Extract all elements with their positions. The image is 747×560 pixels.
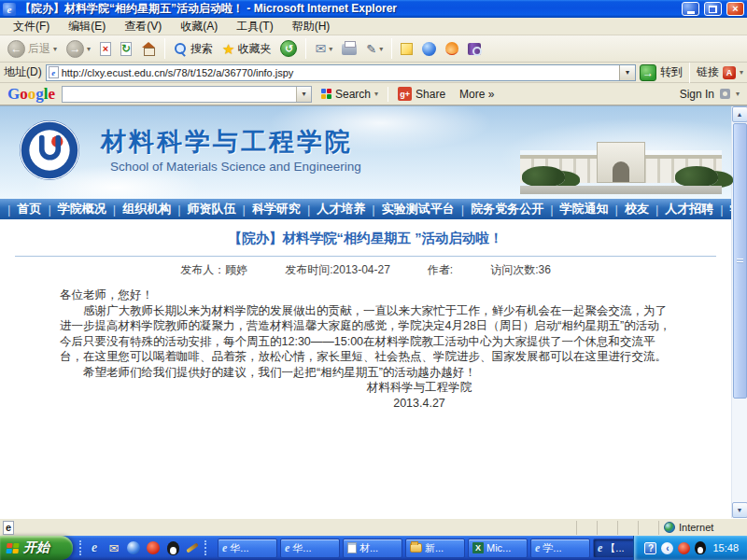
nav-item-faculty[interactable]: 师资队伍 [188, 201, 236, 217]
address-dropdown-button[interactable]: ▾ [619, 65, 635, 80]
home-button[interactable] [137, 41, 160, 56]
restore-button[interactable] [704, 2, 722, 16]
google-search-button[interactable]: Search ▾ [317, 86, 383, 103]
ie-icon: e [222, 541, 227, 555]
url-text: http://clxy.ecust.edu.cn/s/78/t/152/a/36… [62, 67, 616, 78]
mail-button[interactable]: ✉ ▾ [311, 41, 336, 56]
stop-button[interactable]: × [96, 41, 115, 57]
quicklaunch-qq-icon[interactable] [165, 540, 180, 555]
forward-button[interactable]: → ▾ [63, 39, 94, 59]
task-button-2[interactable]: e华... [280, 539, 340, 558]
nav-item-overview[interactable]: 学院概况 [58, 201, 106, 217]
back-button[interactable]: ← 后退 ▾ [4, 39, 61, 59]
scrollbar-thumb[interactable] [733, 123, 747, 399]
window-titlebar[interactable]: e 【院办】材料学院“相约星期五”活动启动啦！ - Microsoft Inte… [0, 0, 747, 18]
article-meta: 发布人：顾婷 发布时间:2013-04-27 作者: 访问次数:36 [0, 257, 731, 285]
adobe-pdf-icon[interactable]: A [723, 66, 736, 79]
task-button-1[interactable]: e华... [218, 539, 277, 558]
minimize-button[interactable] [682, 2, 699, 16]
print-button[interactable] [338, 41, 360, 56]
messenger-button[interactable] [397, 42, 416, 56]
task-button-6[interactable]: e学... [530, 539, 590, 558]
nav-item-notices[interactable]: 学院通知 [560, 201, 609, 217]
menu-view[interactable]: 查看(V) [115, 18, 171, 35]
google-separator [388, 87, 388, 102]
close-button[interactable]: × [726, 2, 744, 16]
task-button-3[interactable]: 材... [343, 539, 402, 558]
toolbar-separator [305, 38, 306, 59]
clock[interactable]: 15:48 [712, 542, 739, 553]
menu-edit[interactable]: 编辑(E) [59, 18, 115, 35]
google-more-button[interactable]: More » [455, 86, 499, 103]
gplus-icon: g+ [398, 87, 412, 101]
main-navigation: |首页 |学院概况 |组织机构 |师资队伍 |科学研究 |人才培养 |实验测试平… [0, 199, 731, 219]
menu-favorites[interactable]: 收藏(A) [171, 18, 227, 35]
excel-icon: X [472, 542, 484, 553]
google-colors-icon [321, 89, 331, 99]
go-label[interactable]: 转到 [660, 64, 683, 80]
menu-help[interactable]: 帮助(H) [283, 18, 340, 35]
address-input[interactable]: e http://clxy.ecust.edu.cn/s/78/t/152/a/… [46, 64, 636, 81]
toolbar-grip[interactable] [79, 540, 82, 555]
nav-item-home[interactable]: 首页 [17, 201, 41, 217]
history-button[interactable]: ↺ [276, 39, 301, 58]
edit-button[interactable]: ✎ ▾ [362, 42, 387, 56]
status-cell [576, 521, 597, 535]
chevron-down-icon: ▾ [303, 90, 306, 98]
plugin-icon [445, 42, 458, 55]
zone-label: Internet [679, 522, 713, 533]
go-button[interactable]: → [640, 64, 656, 81]
quicklaunch-media-player-icon[interactable] [126, 540, 141, 555]
favorites-button[interactable]: ★ 收藏夹 [218, 40, 275, 58]
history-icon: ↺ [280, 40, 297, 57]
quicklaunch-ie-icon[interactable]: e [87, 540, 102, 555]
menu-file[interactable]: 文件(F) [4, 18, 59, 35]
task-button-5[interactable]: XMic... [468, 539, 528, 558]
menu-bar: 文件(F) 编辑(E) 查看(V) 收藏(A) 工具(T) 帮助(H) [0, 18, 747, 35]
quicklaunch-foxmail-icon[interactable] [146, 540, 161, 555]
scroll-down-button[interactable]: ▼ [732, 502, 747, 518]
task-button-4[interactable]: 新... [405, 539, 465, 558]
research-button[interactable] [464, 42, 485, 56]
nav-item-organization[interactable]: 组织机构 [122, 201, 171, 217]
university-logo [19, 119, 80, 181]
google-share-button[interactable]: g+ Share [393, 85, 450, 103]
toolbar-separator [391, 38, 392, 59]
nav-item-lab-platform[interactable]: 实验测试平台 [382, 201, 455, 217]
refresh-button[interactable]: ↻ [117, 41, 135, 57]
nav-item-alumni[interactable]: 校友 [625, 201, 649, 217]
menu-tools[interactable]: 工具(T) [227, 18, 282, 35]
help-tray-icon[interactable]: ? [644, 542, 656, 554]
nav-item-affairs[interactable]: 院务党务公开 [471, 201, 543, 217]
links-label[interactable]: 链接 [697, 64, 719, 80]
google-search-dropdown[interactable]: ▾ [296, 87, 311, 102]
campus-photo [520, 125, 722, 194]
nav-item-research[interactable]: 科学研究 [252, 201, 301, 217]
quick-launch: e ✉ [73, 536, 214, 560]
search-button[interactable]: 搜索 [170, 40, 217, 58]
go-arrow-icon: → [642, 66, 654, 79]
scroll-down-icon: ▼ [737, 507, 743, 513]
quicklaunch-pen-icon[interactable] [185, 540, 200, 555]
google-search-input[interactable] [63, 87, 296, 102]
msn-button[interactable] [418, 41, 440, 57]
plugin-button[interactable] [442, 41, 462, 56]
nav-item-recruitment[interactable]: 人才招聘 [665, 201, 713, 217]
signature-date: 2013.4.27 [60, 396, 671, 412]
toolbar-grip[interactable] [204, 540, 207, 555]
start-button[interactable]: 开始 [0, 536, 73, 560]
meta-publisher: 发布人：顾婷 [180, 262, 247, 278]
nav-item-education[interactable]: 人才培养 [317, 201, 365, 217]
vertical-scrollbar[interactable]: ▲ ▼ [731, 106, 747, 518]
tray-app-icon[interactable] [678, 542, 690, 554]
wrench-settings-icon[interactable] [720, 89, 730, 99]
quicklaunch-mail-icon[interactable]: ✉ [106, 540, 121, 555]
edit-dropdown-icon: ▾ [379, 45, 383, 53]
page-icon: e [49, 66, 59, 78]
sign-in-link[interactable]: Sign In [680, 88, 714, 101]
hide-icons-chevron-icon[interactable]: ‹ [661, 542, 673, 554]
chevron-down-icon: ▾ [626, 68, 629, 77]
qq-tray-icon[interactable] [695, 541, 706, 554]
security-zone: Internet [658, 521, 744, 535]
scroll-up-button[interactable]: ▲ [732, 106, 747, 122]
